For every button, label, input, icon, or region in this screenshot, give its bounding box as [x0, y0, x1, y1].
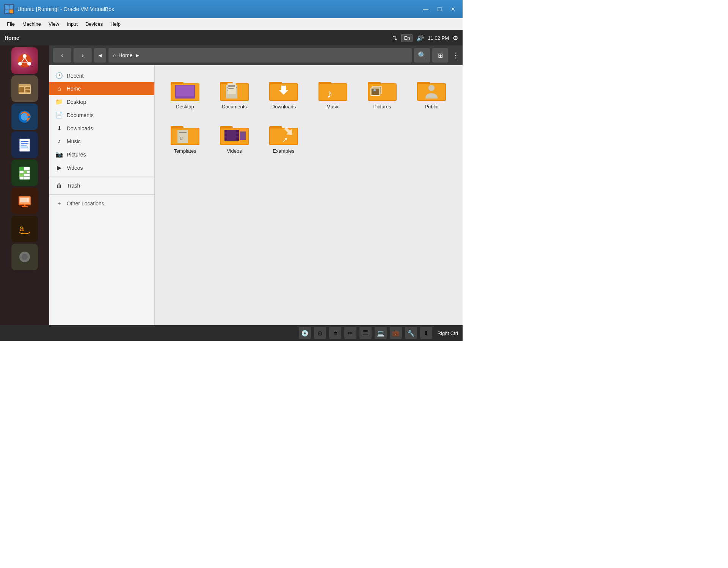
svg-rect-33 [19, 174, 24, 177]
svg-rect-49 [176, 86, 194, 96]
svg-rect-68 [319, 84, 347, 100]
close-button[interactable]: ✕ [447, 4, 459, 14]
folder-label: Pictures [373, 104, 391, 110]
volume-icon: 🔊 [416, 34, 424, 42]
statusbar-icon-3[interactable]: 🖥 [329, 327, 341, 339]
svg-point-8 [27, 62, 31, 66]
folder-pictures[interactable]: Pictures [359, 73, 405, 113]
svg-point-6 [23, 54, 27, 58]
menu-help[interactable]: Help [107, 20, 124, 28]
right-ctrl-label: Right Ctrl [438, 330, 458, 336]
svg-text:a: a [180, 135, 183, 141]
folder-label: Videos [227, 148, 242, 154]
more-button[interactable]: ⋮ [452, 51, 459, 59]
menu-input[interactable]: Input [63, 20, 82, 28]
svg-rect-31 [19, 167, 24, 171]
folder-public[interactable]: Public [409, 73, 454, 113]
dock-impress[interactable] [11, 188, 38, 214]
sidebar-item-pictures[interactable]: 📷 Pictures [49, 148, 154, 161]
folder-label: Templates [174, 148, 196, 154]
music-icon: ♪ [55, 138, 63, 145]
folder-examples[interactable]: ↗ Examples [261, 117, 306, 158]
menu-machine[interactable]: Machine [19, 20, 45, 28]
dock-files[interactable] [11, 75, 38, 102]
dock-firefox[interactable] [11, 103, 38, 130]
svg-rect-36 [20, 198, 29, 202]
sidebar-item-downloads[interactable]: ⬇ Downloads [49, 122, 154, 135]
svg-rect-16 [25, 90, 30, 92]
statusbar-icon-2[interactable]: ⊙ [314, 327, 326, 339]
folder-documents[interactable]: Documents [212, 73, 257, 113]
svg-rect-93 [224, 138, 227, 140]
lang-badge[interactable]: En [401, 34, 413, 42]
file-grid: Desktop [155, 65, 463, 325]
recent-icon: 🕐 [55, 72, 63, 79]
svg-rect-32 [24, 171, 27, 174]
svg-rect-37 [22, 206, 28, 207]
maximize-button[interactable]: ☐ [434, 4, 445, 14]
sidebar-item-home[interactable]: ⌂ Home [49, 82, 154, 95]
sidebar-item-desktop[interactable]: 📁 Desktop [49, 95, 154, 108]
clock: 11:02 PM [428, 35, 449, 41]
statusbar: 💿 ⊙ 🖥 ✏ 🗔 💻 💼 🔧 ⬇ Right Ctrl [0, 325, 463, 341]
folder-templates[interactable]: a Templates [162, 117, 208, 158]
fm-toolbar: ‹ › ◄ ⌂ Home ► 🔍 ⊞ ⋮ [49, 45, 463, 65]
fm-body: 🕐 Recent ⌂ Home 📁 Desktop 📄 Documents [49, 65, 463, 325]
statusbar-icon-7[interactable]: 💼 [390, 327, 402, 339]
window-titlebar: Ubuntu [Running] - Oracle VM VirtualBox … [0, 0, 463, 18]
minimize-button[interactable]: — [420, 4, 431, 14]
downloads-icon: ⬇ [55, 125, 63, 132]
vm-window: Home ⇅ En 🔊 11:02 PM ⚙ [0, 30, 463, 341]
folder-music[interactable]: ♪ Music [310, 73, 356, 113]
dock-other[interactable] [11, 244, 38, 270]
location-text: Home [118, 52, 132, 58]
sidebar-item-music[interactable]: ♪ Music [49, 135, 154, 148]
folder-videos[interactable]: Videos [212, 117, 257, 158]
statusbar-icon-8[interactable]: 🔧 [405, 327, 417, 339]
dock-calc[interactable] [11, 160, 38, 186]
location-bar[interactable]: ⌂ Home ► [108, 48, 412, 63]
svg-rect-94 [236, 130, 239, 132]
svg-point-7 [18, 62, 22, 66]
svg-rect-15 [25, 87, 30, 89]
window-title: Ubuntu [Running] - Oracle VM VirtualBox [17, 6, 420, 12]
forward-button[interactable]: › [74, 48, 92, 63]
back-button[interactable]: ‹ [53, 48, 71, 63]
folder-downloads[interactable]: Downloads [261, 73, 306, 113]
dock-ubuntu[interactable] [11, 47, 38, 74]
svg-text:♪: ♪ [327, 88, 333, 100]
sidebar-item-trash[interactable]: 🗑 Trash [49, 179, 154, 192]
folder-desktop[interactable]: Desktop [162, 73, 208, 113]
statusbar-icon-5[interactable]: 🗔 [359, 327, 372, 339]
dock-writer[interactable] [11, 131, 38, 158]
sidebar-item-documents[interactable]: 📄 Documents [49, 108, 154, 122]
sidebar-item-videos[interactable]: ▶ Videos [49, 161, 154, 174]
svg-rect-1 [5, 5, 9, 9]
statusbar-icon-1[interactable]: 💿 [299, 327, 311, 339]
folder-label: Documents [222, 104, 247, 110]
menu-file[interactable]: File [3, 20, 19, 28]
folder-label: Public [425, 104, 438, 110]
folder-label: Examples [273, 148, 294, 154]
sidebar-item-other-locations[interactable]: + Other Locations [49, 197, 154, 210]
folder-label: Downloads [271, 104, 296, 110]
statusbar-icon-6[interactable]: 💻 [375, 327, 387, 339]
main-content: a ‹ › ◄ ⌂ Home [0, 45, 463, 325]
grid-view-button[interactable]: ⊞ [432, 48, 448, 63]
svg-rect-97 [240, 131, 246, 140]
svg-marker-40 [28, 232, 30, 233]
videos-icon: ▶ [55, 164, 63, 171]
search-button[interactable]: 🔍 [414, 48, 430, 63]
statusbar-icon-4[interactable]: ✏ [344, 327, 356, 339]
up-button[interactable]: ◄ [94, 48, 106, 63]
trash-icon: 🗑 [55, 182, 63, 189]
svg-point-80 [428, 85, 435, 91]
menu-devices[interactable]: Devices [82, 20, 107, 28]
svg-rect-95 [236, 134, 239, 136]
statusbar-icon-9[interactable]: ⬇ [420, 327, 432, 339]
sidebar-item-recent[interactable]: 🕐 Recent [49, 69, 154, 82]
menu-view[interactable]: View [45, 20, 63, 28]
app-icon [4, 4, 14, 14]
location-forward: ► [135, 52, 140, 58]
dock-amazon[interactable]: a [11, 216, 38, 242]
